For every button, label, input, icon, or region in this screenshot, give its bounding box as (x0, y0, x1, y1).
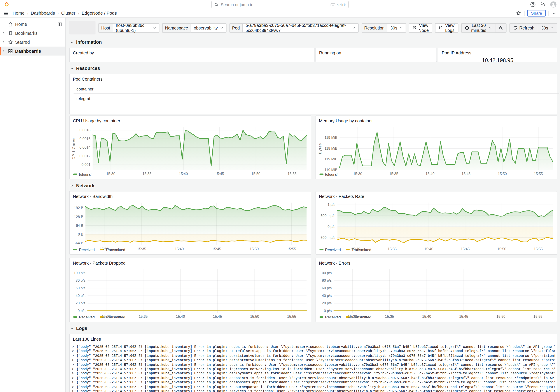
network-packets-rate-chart[interactable]: -500 mp/s0 p/s500 mp/s1 p/s15:3015:3515:… (317, 200, 555, 247)
time-range-picker[interactable]: Last 30 minutes (461, 23, 495, 33)
table-column-header[interactable]: container (73, 86, 559, 94)
panel-title: Memory Usage by container (316, 116, 557, 123)
network-packets-dropped-chart[interactable]: 0 p/s20 p/s40 p/s60 p/s80 p/s100 p/s15:3… (71, 266, 309, 315)
collapse-topbar-icon[interactable] (552, 11, 556, 16)
log-line[interactable]: >{"body":"2025-03-25T14:57:00Z E! [input… (72, 376, 555, 380)
section-resources[interactable]: Resources (70, 66, 557, 71)
help-icon[interactable] (530, 2, 536, 7)
section-information[interactable]: Information (70, 39, 557, 45)
star-icon (7, 39, 14, 45)
log-line[interactable]: >{"body":"2025-03-25T14:57:00Z E! [input… (72, 385, 555, 389)
log-line[interactable]: >{"body":"2025-03-25T14:57:00Z E! [input… (72, 345, 555, 349)
svg-text:119 MiB: 119 MiB (324, 168, 337, 172)
network-bandwidth-chart[interactable]: -64 B0 B64 B128 B192 B15:3015:3515:4015:… (71, 200, 309, 247)
breadcrumb: Home › Dashboards › Cluster › EdgeNode /… (12, 11, 117, 16)
log-line[interactable]: >{"body":"2025-03-25T14:57:00Z E! [input… (72, 367, 555, 372)
zoom-out-icon (499, 26, 503, 30)
share-button[interactable]: Share (527, 10, 546, 17)
log-expand-chevron-icon[interactable]: > (72, 367, 75, 372)
cpu-usage-chart[interactable]: 0.0010.00120.00140.00160.001815:3015:351… (71, 124, 309, 172)
panel-title: Pod IP Address (438, 48, 557, 56)
svg-text:15:35: 15:35 (137, 247, 146, 251)
log-line-text: {"body":"2025-03-25T14:57:00Z E! [inputs… (77, 367, 555, 372)
sidebar-item-label: Starred (15, 39, 63, 45)
breadcrumb-cluster[interactable]: Cluster (61, 11, 75, 16)
log-line-text: {"body":"2025-03-25T14:57:00Z E! [inputs… (77, 363, 555, 367)
user-avatar[interactable] (550, 1, 557, 8)
news-feed-icon[interactable] (540, 2, 546, 7)
log-line[interactable]: >{"body":"2025-03-25T14:57:00Z E! [input… (72, 363, 555, 367)
expand-chevron-icon[interactable] (1, 49, 6, 53)
collapse-chevron-icon (70, 184, 73, 187)
svg-text:15:40: 15:40 (422, 315, 431, 318)
svg-text:60 p/s: 60 p/s (76, 286, 86, 290)
namespace-select[interactable]: observability (190, 23, 226, 33)
breadcrumb-dashboards[interactable]: Dashboards (31, 11, 55, 16)
log-line-text: {"body":"2025-03-25T14:57:00Z E! [inputs… (77, 349, 555, 354)
log-expand-chevron-icon[interactable]: > (72, 349, 75, 354)
log-line[interactable]: >{"body":"2025-03-25T14:57:00Z E! [input… (72, 354, 555, 358)
view-node-button[interactable]: View Node (409, 23, 432, 33)
view-logs-button[interactable]: View Logs (435, 23, 458, 33)
log-expand-chevron-icon[interactable]: > (72, 345, 75, 349)
log-line[interactable]: >{"body":"2025-03-25T14:57:00Z E! [input… (72, 372, 555, 376)
log-expand-chevron-icon[interactable]: > (72, 372, 75, 376)
section-network[interactable]: Network (70, 183, 557, 188)
chevron-down-icon (400, 26, 403, 29)
log-line-text: {"body":"2025-03-25T14:57:00Z E! [inputs… (77, 345, 555, 349)
log-expand-chevron-icon[interactable]: > (72, 358, 75, 363)
log-line[interactable]: >{"body":"2025-03-25T14:57:00Z E! [input… (72, 358, 555, 363)
svg-text:20 p/s: 20 p/s (322, 301, 332, 305)
star-dashboard-icon[interactable] (516, 11, 521, 16)
pod-select[interactable]: b-a79a3ba3-c075-56a7-b45f-b5fbb371accd-t… (242, 23, 359, 33)
namespace-label: Namespace (162, 23, 190, 33)
host-label: Host (99, 23, 113, 33)
menu-toggle-icon[interactable] (3, 10, 9, 16)
log-expand-chevron-icon[interactable]: > (72, 376, 75, 380)
network-errors-chart[interactable]: 0 p/s20 p/s40 p/s60 p/s80 p/s100 p/s15:3… (317, 266, 555, 315)
svg-text:0 p/s: 0 p/s (327, 225, 335, 229)
panel-network-packets-dropped: Network - Packets Dropped 0 p/s20 p/s40 … (69, 258, 311, 322)
section-logs[interactable]: Logs (70, 325, 557, 331)
sidebar-item-home[interactable]: Home (0, 20, 65, 29)
resolution-select[interactable]: 30s (387, 23, 406, 33)
search-shortcut: ctrl+k (330, 2, 346, 7)
log-expand-chevron-icon[interactable]: > (72, 389, 75, 392)
sidebar-item-bookmarks[interactable]: Bookmarks (0, 29, 65, 38)
breadcrumb-separator: › (58, 11, 59, 15)
dock-sidebar-icon[interactable] (58, 22, 63, 27)
svg-text:15:55: 15:55 (533, 247, 542, 251)
chevron-down-icon (352, 26, 355, 29)
log-line[interactable]: >{"body":"2025-03-25T14:57:00Z E! [input… (72, 381, 555, 385)
log-expand-chevron-icon[interactable]: > (72, 385, 75, 389)
expand-chevron-icon[interactable] (1, 40, 6, 44)
expand-chevron-icon[interactable] (1, 31, 6, 35)
search-input[interactable] (221, 2, 328, 7)
svg-text:CPU Cores: CPU Cores (72, 137, 76, 160)
refresh-interval-select[interactable]: 30s (538, 23, 557, 33)
breadcrumb-home[interactable]: Home (12, 11, 24, 16)
refresh-icon (513, 26, 517, 30)
sidebar-item-starred[interactable]: Starred (0, 38, 65, 47)
log-expand-chevron-icon[interactable]: > (72, 381, 75, 385)
sidebar-item-dashboards[interactable]: Dashboards (0, 47, 65, 56)
log-line[interactable]: >{"body":"2025-03-25T14:57:00Z E! [input… (72, 349, 555, 354)
zoom-out-time-button[interactable] (495, 23, 506, 33)
variable-placeholder (69, 21, 96, 35)
panel-network-bandwidth: Network - Bandwidth -64 B0 B64 B128 B192… (69, 191, 311, 255)
global-search[interactable]: ctrl+k (211, 1, 349, 8)
svg-text:15:35: 15:35 (389, 172, 398, 176)
svg-text:-500 mp/s: -500 mp/s (319, 236, 335, 239)
panel-title: Last 100 Lines (70, 334, 557, 342)
log-line[interactable]: >{"body":"2025-03-25T14:57:00Z E! [input… (72, 389, 555, 392)
svg-text:15:35: 15:35 (387, 247, 396, 251)
grafana-logo-icon[interactable] (3, 1, 10, 8)
svg-text:40 p/s: 40 p/s (322, 294, 332, 298)
svg-text:20 p/s: 20 p/s (76, 301, 86, 305)
external-link-icon (439, 26, 443, 30)
host-select[interactable]: host-0a86b86c (ubuntu-1) (113, 23, 160, 33)
refresh-button[interactable]: Refresh (509, 23, 538, 33)
log-expand-chevron-icon[interactable]: > (72, 363, 75, 367)
memory-usage-chart[interactable]: 119 MiB119 MiB119 MiB119 MiB15:3015:3515… (317, 124, 555, 172)
log-expand-chevron-icon[interactable]: > (72, 354, 75, 358)
